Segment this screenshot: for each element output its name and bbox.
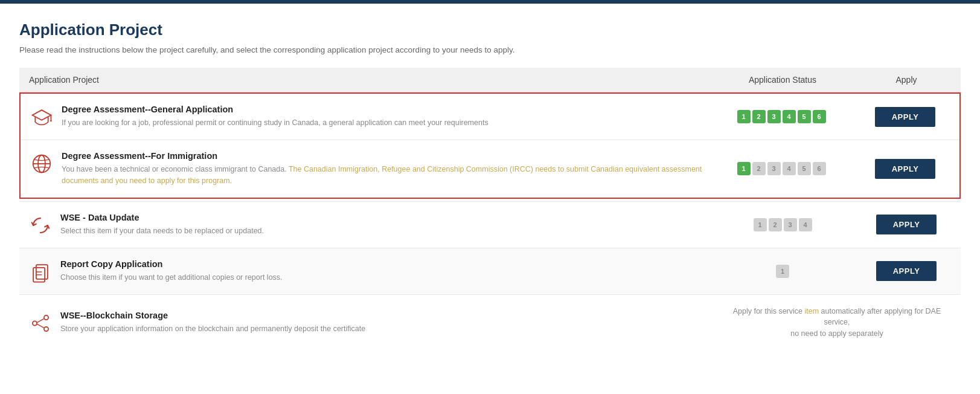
row-desc: Choose this item if you want to get addi… (60, 272, 703, 283)
graduation-icon (30, 106, 53, 129)
th-project: Application Project (19, 68, 713, 92)
row-desc: Select this item if your data needs to b… (60, 225, 703, 237)
row-status: 1 (713, 254, 852, 289)
status-badges: 1 2 3 4 5 6 (737, 162, 826, 175)
svg-point-1 (50, 120, 52, 122)
apply-button-immigration[interactable]: APPLY (875, 159, 936, 179)
svg-line-12 (37, 318, 44, 323)
row-project: WSE--Blockchain Storage Store your appli… (19, 300, 713, 346)
badge-4: 4 (783, 162, 796, 175)
table-row: WSE - Data Update Select this item if yo… (19, 201, 961, 248)
row-text: WSE--Blockchain Storage Store your appli… (60, 311, 703, 335)
badge-6: 6 (813, 110, 826, 123)
status-badges: 1 2 3 4 (754, 218, 812, 231)
row-title: Report Copy Application (60, 259, 703, 269)
status-badges: 1 (776, 265, 789, 278)
page-container: Application Project Please read the inst… (0, 4, 980, 394)
th-apply: Apply (852, 68, 961, 92)
page-subtitle: Please read the instructions below the p… (19, 45, 961, 54)
badge-1: 1 (737, 162, 751, 175)
badge-6: 6 (813, 162, 826, 175)
apply-button-general[interactable]: APPLY (875, 107, 936, 127)
row-title: WSE - Data Update (60, 213, 703, 222)
application-table: Application Project Application Status A… (19, 68, 961, 350)
badge-5: 5 (798, 110, 811, 123)
row-apply: APPLY (851, 148, 959, 190)
row-desc: You have been a technical or economic cl… (62, 164, 702, 187)
table-row: Report Copy Application Choose this item… (19, 248, 961, 295)
badge-3: 3 (767, 162, 781, 175)
badge-4: 4 (783, 110, 796, 123)
row-status: 1 2 3 4 5 6 (712, 151, 851, 186)
badge-2: 2 (769, 218, 782, 231)
blockchain-icon (29, 312, 52, 335)
row-project: Degree Assessment--General Application I… (21, 94, 712, 140)
row-project: Degree Assessment--For Immigration You h… (21, 140, 712, 198)
row-text: Report Copy Application Choose this item… (60, 259, 703, 283)
table-row: Degree Assessment--For Immigration You h… (21, 140, 959, 198)
apply-button-wse-data[interactable]: APPLY (876, 215, 937, 234)
immigration-icon (30, 152, 53, 175)
blockchain-auto-message: Apply for this service item automaticall… (728, 306, 946, 340)
row-desc: Store your application information on th… (60, 323, 703, 335)
status-badges: 1 2 3 4 5 6 (737, 110, 826, 123)
apply-button-report-copy[interactable]: APPLY (876, 261, 937, 281)
table-row: WSE--Blockchain Storage Store your appli… (19, 295, 961, 350)
page-title: Application Project (19, 21, 961, 39)
row-status: 1 2 3 4 5 6 (712, 99, 851, 134)
badge-1: 1 (737, 110, 751, 123)
badge-1: 1 (754, 218, 767, 231)
row-project: Report Copy Application Choose this item… (19, 248, 713, 294)
row-blockchain-auto-text: Apply for this service item automaticall… (713, 295, 961, 350)
blockchain-link: item (804, 307, 819, 315)
refresh-icon (29, 214, 52, 237)
copy-icon (29, 260, 52, 283)
th-status: Application Status (713, 68, 852, 92)
svg-point-9 (33, 321, 37, 325)
table-header: Application Project Application Status A… (19, 68, 961, 92)
badge-2: 2 (752, 110, 766, 123)
badge-5: 5 (798, 162, 811, 175)
row-apply: APPLY (852, 250, 961, 292)
row-apply: APPLY (852, 204, 961, 245)
row-text: WSE - Data Update Select this item if yo… (60, 213, 703, 237)
svg-line-13 (37, 324, 44, 328)
immigration-link-text: The Canadian Immigration, Refugee and Ci… (62, 165, 702, 185)
badge-3: 3 (784, 218, 797, 231)
badge-1: 1 (776, 265, 789, 278)
row-desc: If you are looking for a job, profession… (62, 117, 702, 129)
badge-4: 4 (799, 218, 812, 231)
row-title: Degree Assessment--General Application (62, 105, 702, 114)
badge-2: 2 (752, 162, 766, 175)
row-text: Degree Assessment--For Immigration You h… (62, 151, 702, 187)
badge-3: 3 (767, 110, 781, 123)
svg-point-11 (44, 327, 48, 331)
row-apply: APPLY (851, 96, 959, 138)
table-row: Degree Assessment--General Application I… (21, 94, 959, 140)
selected-group: Degree Assessment--General Application I… (19, 92, 961, 199)
row-status: 1 2 3 4 (713, 207, 852, 242)
svg-point-10 (44, 315, 48, 320)
row-title: WSE--Blockchain Storage (60, 311, 703, 320)
row-project: WSE - Data Update Select this item if yo… (19, 202, 713, 248)
row-text: Degree Assessment--General Application I… (62, 105, 702, 129)
row-title: Degree Assessment--For Immigration (62, 151, 702, 161)
